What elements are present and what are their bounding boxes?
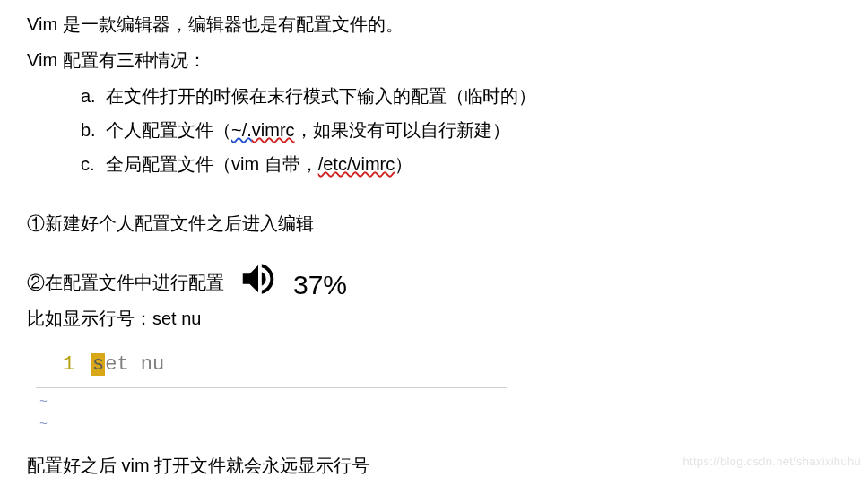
vim-tilde: ~ [39, 416, 841, 434]
list-text: 在文件打开的时候在末行模式下输入的配置（临时的） [106, 79, 536, 113]
step-1: ①新建好个人配置文件之后进入编辑 [27, 206, 841, 240]
line-number: 1 [63, 346, 75, 384]
watermark: https://blog.csdn.net/shaxixihuhu [682, 451, 861, 473]
step-2: ②在配置文件中进行配置 [27, 265, 841, 299]
wavy-path-home: ~/. [231, 120, 252, 140]
list-text: 全局配置文件（vim 自带，/etc/vimrc） [106, 147, 412, 181]
volume-osd: 37% [238, 258, 347, 310]
code-line-1: 1 set nu [63, 346, 499, 384]
volume-percent: 37% [293, 259, 347, 310]
intro-line-1: Vim 是一款编辑器，编辑器也是有配置文件的。 [27, 7, 841, 41]
list-item-b: b. 个人配置文件（~/.vimrc，如果没有可以自行新建） [27, 113, 841, 147]
wavy-etc-vimrc: /etc/vimrc [318, 154, 395, 174]
list-text: 个人配置文件（~/.vimrc，如果没有可以自行新建） [106, 113, 510, 147]
list-marker: b. [81, 113, 99, 147]
cursor-char: s [91, 353, 105, 376]
example-line: 比如显示行号：set nu [27, 301, 841, 335]
intro-line-2: Vim 配置有三种情况： [27, 43, 841, 77]
list-item-c: c. 全局配置文件（vim 自带，/etc/vimrc） [27, 147, 841, 181]
list-item-a: a. 在文件打开的时候在末行模式下输入的配置（临时的） [27, 79, 841, 113]
vim-code-block: 1 set nu [36, 343, 507, 388]
list-marker: c. [81, 147, 99, 181]
list-marker: a. [81, 79, 99, 113]
wavy-vimrc: vimrc [252, 120, 295, 140]
vim-tilde: ~ [39, 394, 841, 412]
volume-icon [238, 258, 279, 310]
code-content: set nu [91, 346, 164, 384]
